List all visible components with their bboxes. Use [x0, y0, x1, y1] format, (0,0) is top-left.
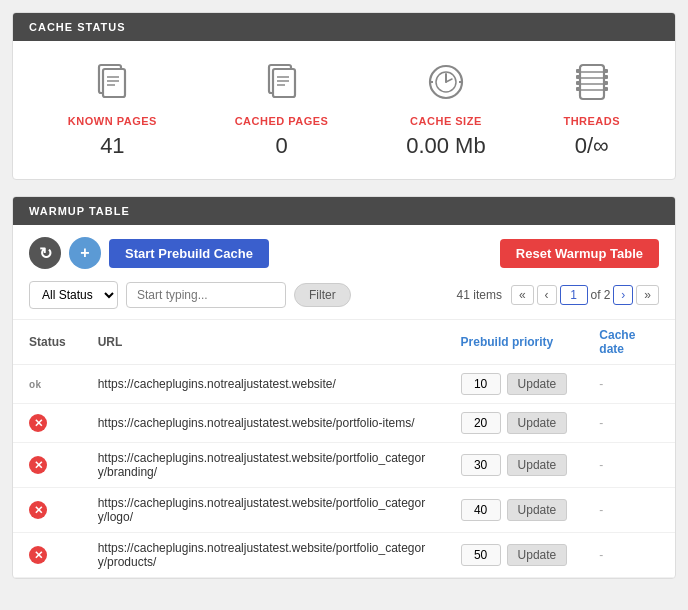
cell-status: ✕: [13, 488, 82, 533]
refresh-button[interactable]: ↻: [29, 237, 61, 269]
cell-status: ok: [13, 365, 82, 404]
cell-cache-date: -: [583, 443, 675, 488]
table-row: ✕https://cacheplugins.notrealjustatest.w…: [13, 404, 675, 443]
svg-rect-21: [576, 69, 580, 73]
priority-input[interactable]: [461, 544, 501, 566]
cell-priority: Update: [445, 404, 584, 443]
url-link[interactable]: https://cacheplugins.notrealjustatest.we…: [98, 451, 426, 479]
svg-rect-24: [576, 87, 580, 91]
col-priority: Prebuild priority: [445, 320, 584, 365]
known-pages-icon: [91, 61, 133, 109]
prev-page-button[interactable]: ‹: [537, 285, 557, 305]
cache-size-label: CACHE SIZE: [410, 115, 482, 127]
filter-row: All Status Filter 41 items « ‹ of 2 › »: [13, 281, 675, 319]
update-button[interactable]: Update: [507, 373, 568, 395]
cell-status: ✕: [13, 533, 82, 578]
col-status: Status: [13, 320, 82, 365]
table-row: ✕https://cacheplugins.notrealjustatest.w…: [13, 533, 675, 578]
table-header-row: Status URL Prebuild priority Cache date: [13, 320, 675, 365]
cache-status-header: CACHE STATUS: [13, 13, 675, 41]
cell-url: https://cacheplugins.notrealjustatest.we…: [82, 488, 445, 533]
cell-url: https://cacheplugins.notrealjustatest.we…: [82, 365, 445, 404]
cache-date-value: -: [599, 503, 603, 517]
cell-priority: Update: [445, 488, 584, 533]
cell-url: https://cacheplugins.notrealjustatest.we…: [82, 404, 445, 443]
status-x-badge: ✕: [29, 456, 47, 474]
warmup-table-header: WARMUP TABLE: [13, 197, 675, 225]
cell-url: https://cacheplugins.notrealjustatest.we…: [82, 533, 445, 578]
cache-date-value: -: [599, 458, 603, 472]
url-link[interactable]: https://cacheplugins.notrealjustatest.we…: [98, 496, 426, 524]
priority-input[interactable]: [461, 499, 501, 521]
cached-pages-icon: [261, 61, 303, 109]
prebuild-button[interactable]: Start Prebuild Cache: [109, 239, 269, 268]
add-button[interactable]: +: [69, 237, 101, 269]
cache-date-value: -: [599, 548, 603, 562]
update-button[interactable]: Update: [507, 499, 568, 521]
cell-priority: Update: [445, 443, 584, 488]
known-pages-label: KNOWN PAGES: [68, 115, 157, 127]
priority-input[interactable]: [461, 412, 501, 434]
status-x-badge: ✕: [29, 414, 47, 432]
cache-status-card: CACHE STATUS KNOWN PAGES 41: [12, 12, 676, 180]
stat-known-pages: KNOWN PAGES 41: [68, 61, 157, 159]
warmup-table: Status URL Prebuild priority Cache date …: [13, 319, 675, 578]
filter-button[interactable]: Filter: [294, 283, 351, 307]
warmup-controls: ↻ + Start Prebuild Cache Reset Warmup Ta…: [13, 225, 675, 281]
cache-size-value: 0.00 Mb: [406, 133, 486, 159]
pagination: 41 items « ‹ of 2 › »: [457, 285, 659, 305]
items-count: 41 items: [457, 288, 502, 302]
svg-rect-22: [576, 75, 580, 79]
cell-priority: Update: [445, 365, 584, 404]
priority-input[interactable]: [461, 373, 501, 395]
reset-button[interactable]: Reset Warmup Table: [500, 239, 659, 268]
svg-rect-23: [576, 81, 580, 85]
cell-cache-date: -: [583, 404, 675, 443]
last-page-button[interactable]: »: [636, 285, 659, 305]
svg-rect-25: [604, 69, 608, 73]
table-row: ✕https://cacheplugins.notrealjustatest.w…: [13, 443, 675, 488]
priority-input[interactable]: [461, 454, 501, 476]
cached-pages-value: 0: [275, 133, 287, 159]
status-x-badge: ✕: [29, 546, 47, 564]
total-pages: 2: [604, 288, 611, 302]
page-input[interactable]: [560, 285, 588, 305]
update-button[interactable]: Update: [507, 544, 568, 566]
table-row: okhttps://cacheplugins.notrealjustatest.…: [13, 365, 675, 404]
page-of-label: of: [591, 288, 601, 302]
stats-row: KNOWN PAGES 41 CACHED PAGES 0: [13, 41, 675, 179]
url-link[interactable]: https://cacheplugins.notrealjustatest.we…: [98, 377, 336, 391]
stat-threads: THREADS 0/∞: [563, 61, 620, 159]
update-button[interactable]: Update: [507, 412, 568, 434]
svg-rect-26: [604, 75, 608, 79]
cell-cache-date: -: [583, 533, 675, 578]
svg-rect-28: [604, 87, 608, 91]
status-x-badge: ✕: [29, 501, 47, 519]
col-url: URL: [82, 320, 445, 365]
search-input[interactable]: [126, 282, 286, 308]
svg-rect-27: [604, 81, 608, 85]
url-link[interactable]: https://cacheplugins.notrealjustatest.we…: [98, 541, 426, 569]
svg-rect-6: [273, 69, 295, 97]
threads-label: THREADS: [563, 115, 620, 127]
cell-priority: Update: [445, 533, 584, 578]
threads-icon: [571, 61, 613, 109]
threads-value: 0/∞: [575, 133, 609, 159]
warmup-table-card: WARMUP TABLE ↻ + Start Prebuild Cache Re…: [12, 196, 676, 579]
next-page-button[interactable]: ›: [613, 285, 633, 305]
status-ok-badge: ok: [29, 379, 42, 390]
cache-date-value: -: [599, 416, 603, 430]
update-button[interactable]: Update: [507, 454, 568, 476]
cell-cache-date: -: [583, 488, 675, 533]
status-select[interactable]: All Status: [29, 281, 118, 309]
cell-status: ✕: [13, 443, 82, 488]
first-page-button[interactable]: «: [511, 285, 534, 305]
cached-pages-label: CACHED PAGES: [235, 115, 329, 127]
col-cache-date: Cache date: [583, 320, 675, 365]
table-row: ✕https://cacheplugins.notrealjustatest.w…: [13, 488, 675, 533]
svg-rect-16: [580, 65, 604, 99]
known-pages-value: 41: [100, 133, 124, 159]
url-link[interactable]: https://cacheplugins.notrealjustatest.we…: [98, 416, 415, 430]
cache-size-icon: [425, 61, 467, 109]
stat-cached-pages: CACHED PAGES 0: [235, 61, 329, 159]
